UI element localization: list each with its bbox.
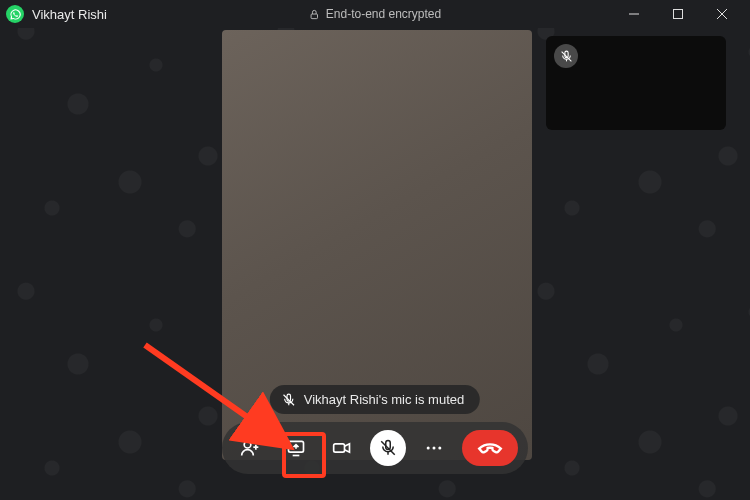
- more-options-button[interactable]: [416, 430, 452, 466]
- encryption-indicator: End-to-end encrypted: [309, 7, 441, 21]
- maximize-button[interactable]: [656, 0, 700, 28]
- whatsapp-logo-icon: [6, 5, 24, 23]
- svg-point-17: [427, 447, 430, 450]
- self-preview[interactable]: [546, 36, 726, 130]
- add-participant-button[interactable]: [232, 430, 268, 466]
- title-bar: Vikhayt Rishi End-to-end encrypted: [0, 0, 750, 28]
- end-call-button[interactable]: [462, 430, 518, 466]
- svg-rect-0: [311, 14, 317, 19]
- call-controls: [222, 422, 528, 474]
- minimize-button[interactable]: [612, 0, 656, 28]
- lock-icon: [309, 9, 320, 20]
- svg-rect-14: [334, 444, 345, 452]
- encryption-label: End-to-end encrypted: [326, 7, 441, 21]
- window-controls: [612, 0, 744, 28]
- mic-off-icon: [282, 393, 296, 407]
- toast-text: Vikhayt Rishi's mic is muted: [304, 392, 464, 407]
- contact-name: Vikhayt Rishi: [32, 7, 107, 22]
- svg-rect-2: [674, 10, 683, 19]
- svg-point-9: [244, 441, 251, 448]
- mic-toggle-button[interactable]: [370, 430, 406, 466]
- self-mic-muted-icon: [554, 44, 578, 68]
- svg-point-19: [438, 447, 441, 450]
- screen-share-button[interactable]: [278, 430, 314, 466]
- close-button[interactable]: [700, 0, 744, 28]
- camera-toggle-button[interactable]: [324, 430, 360, 466]
- mic-muted-toast: Vikhayt Rishi's mic is muted: [270, 385, 480, 414]
- svg-point-18: [433, 447, 436, 450]
